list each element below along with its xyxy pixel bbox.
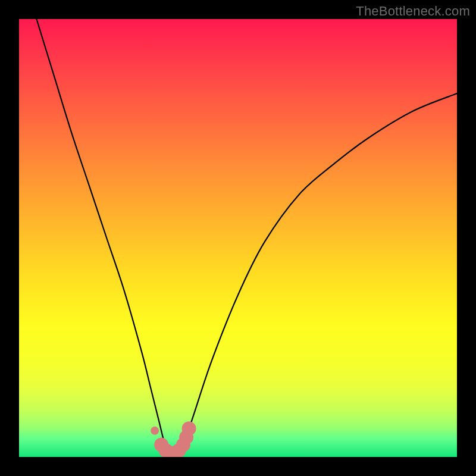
watermark-text: TheBottleneck.com [356,4,470,19]
bottleneck-curve-group [36,19,457,455]
chart-svg [19,19,457,457]
highlight-dot [182,421,196,436]
highlight-dot [151,427,159,435]
bottleneck-curve [36,19,457,455]
chart-frame: TheBottleneck.com [0,0,476,476]
highlight-dots-group [151,421,196,457]
plot-area [19,19,457,457]
